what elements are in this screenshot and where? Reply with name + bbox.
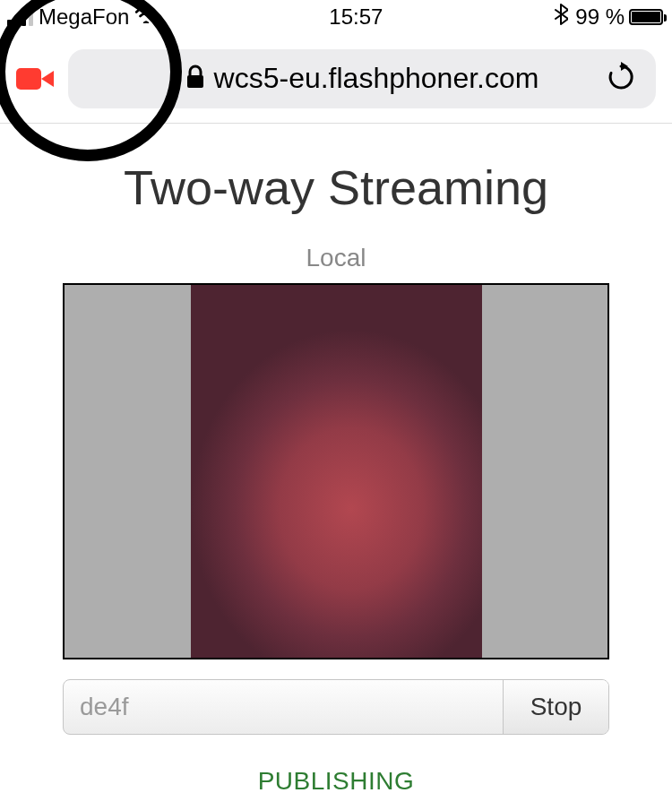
local-label: Local — [0, 244, 672, 272]
reload-icon[interactable] — [606, 62, 636, 96]
battery-percent: 99 % — [575, 4, 625, 30]
battery-icon — [629, 9, 663, 25]
status-bar: MegaFon 15:57 99 % — [0, 0, 672, 34]
camera-recording-icon[interactable] — [16, 65, 54, 92]
page-content: Two-way Streaming Local Stop PUBLISHING — [0, 124, 672, 796]
browser-navbar: wcs5-eu.flashphoner.com — [0, 34, 672, 124]
publishing-status: PUBLISHING — [0, 767, 672, 796]
address-bar[interactable]: wcs5-eu.flashphoner.com — [68, 49, 656, 108]
local-video-frame — [63, 283, 609, 659]
cellular-signal-icon — [7, 8, 33, 26]
stop-button[interactable]: Stop — [503, 680, 608, 734]
status-left: MegaFon — [7, 4, 158, 30]
bluetooth-icon — [554, 4, 568, 30]
carrier-label: MegaFon — [39, 4, 129, 30]
local-video-feed — [191, 285, 482, 658]
clock: 15:57 — [329, 4, 383, 30]
lock-icon — [185, 65, 205, 93]
stream-control-row: Stop — [63, 679, 609, 735]
page-title: Two-way Streaming — [0, 159, 672, 215]
status-right: 99 % — [554, 4, 663, 30]
svg-rect-0 — [16, 68, 41, 90]
stream-id-input[interactable] — [64, 680, 503, 734]
wifi-icon — [134, 5, 158, 29]
svg-rect-1 — [187, 75, 203, 88]
url-domain: wcs5-eu.flashphoner.com — [214, 62, 539, 95]
battery-indicator: 99 % — [575, 4, 663, 30]
